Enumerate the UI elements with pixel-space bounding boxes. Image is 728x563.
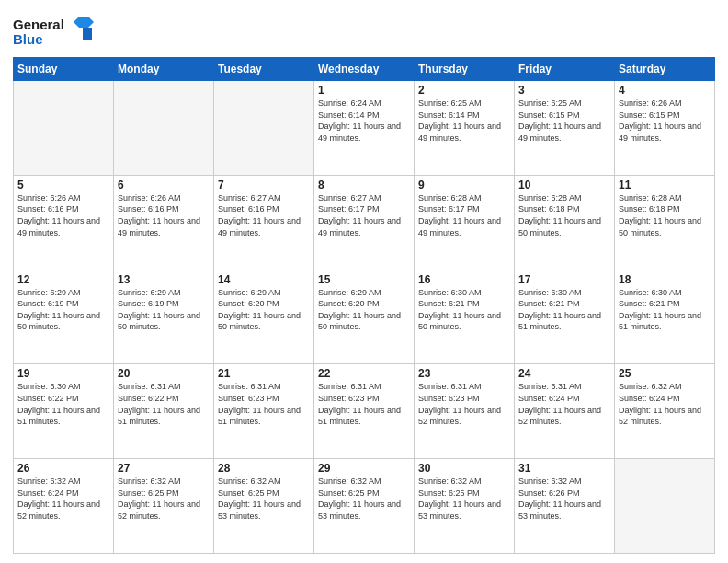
day-info: Sunrise: 6:32 AM Sunset: 6:25 PM Dayligh… — [218, 476, 310, 522]
day-number: 24 — [518, 367, 610, 380]
day-number: 6 — [118, 178, 210, 191]
calendar-cell: 4Sunrise: 6:26 AM Sunset: 6:15 PM Daylig… — [615, 81, 715, 176]
calendar-header-row: SundayMondayTuesdayWednesdayThursdayFrid… — [14, 58, 715, 81]
day-number: 2 — [418, 84, 510, 97]
weekday-header: Monday — [114, 58, 214, 81]
day-number: 29 — [318, 462, 410, 475]
calendar-cell: 8Sunrise: 6:27 AM Sunset: 6:17 PM Daylig… — [314, 175, 415, 270]
logo-svg: General Blue — [13, 13, 96, 52]
calendar-cell: 16Sunrise: 6:30 AM Sunset: 6:21 PM Dayli… — [415, 270, 515, 364]
day-number: 23 — [418, 367, 510, 380]
day-info: Sunrise: 6:29 AM Sunset: 6:20 PM Dayligh… — [218, 287, 310, 333]
calendar-cell: 22Sunrise: 6:31 AM Sunset: 6:23 PM Dayli… — [314, 364, 415, 459]
day-number: 12 — [17, 273, 109, 286]
calendar-cell: 30Sunrise: 6:32 AM Sunset: 6:25 PM Dayli… — [415, 459, 515, 554]
day-info: Sunrise: 6:29 AM Sunset: 6:19 PM Dayligh… — [118, 287, 210, 333]
day-info: Sunrise: 6:26 AM Sunset: 6:16 PM Dayligh… — [17, 192, 109, 238]
calendar-cell: 7Sunrise: 6:27 AM Sunset: 6:16 PM Daylig… — [214, 175, 314, 270]
day-info: Sunrise: 6:30 AM Sunset: 6:21 PM Dayligh… — [518, 287, 610, 333]
day-info: Sunrise: 6:27 AM Sunset: 6:16 PM Dayligh… — [218, 192, 310, 238]
day-info: Sunrise: 6:27 AM Sunset: 6:17 PM Dayligh… — [318, 192, 410, 238]
day-number: 10 — [518, 178, 610, 191]
calendar-cell: 25Sunrise: 6:32 AM Sunset: 6:24 PM Dayli… — [615, 364, 715, 459]
weekday-header: Sunday — [14, 58, 114, 81]
day-info: Sunrise: 6:31 AM Sunset: 6:22 PM Dayligh… — [118, 381, 210, 427]
calendar-cell: 1Sunrise: 6:24 AM Sunset: 6:14 PM Daylig… — [314, 81, 415, 176]
day-number: 20 — [118, 367, 210, 380]
calendar-week-row: 19Sunrise: 6:30 AM Sunset: 6:22 PM Dayli… — [14, 364, 715, 459]
calendar-cell: 24Sunrise: 6:31 AM Sunset: 6:24 PM Dayli… — [515, 364, 615, 459]
day-number: 4 — [619, 84, 711, 97]
day-number: 25 — [619, 367, 711, 380]
day-number: 19 — [17, 367, 109, 380]
calendar-week-row: 1Sunrise: 6:24 AM Sunset: 6:14 PM Daylig… — [14, 81, 715, 176]
calendar-cell: 6Sunrise: 6:26 AM Sunset: 6:16 PM Daylig… — [114, 175, 214, 270]
day-info: Sunrise: 6:32 AM Sunset: 6:26 PM Dayligh… — [518, 476, 610, 522]
svg-text:Blue: Blue — [13, 31, 43, 47]
day-number: 30 — [418, 462, 510, 475]
calendar-cell: 19Sunrise: 6:30 AM Sunset: 6:22 PM Dayli… — [14, 364, 114, 459]
day-number: 26 — [17, 462, 109, 475]
weekday-header: Friday — [515, 58, 615, 81]
day-number: 22 — [318, 367, 410, 380]
svg-marker-2 — [74, 17, 94, 28]
day-info: Sunrise: 6:32 AM Sunset: 6:24 PM Dayligh… — [619, 381, 711, 427]
calendar-cell: 15Sunrise: 6:29 AM Sunset: 6:20 PM Dayli… — [314, 270, 415, 364]
calendar-table: SundayMondayTuesdayWednesdayThursdayFrid… — [13, 57, 715, 554]
day-info: Sunrise: 6:30 AM Sunset: 6:21 PM Dayligh… — [418, 287, 510, 333]
day-info: Sunrise: 6:31 AM Sunset: 6:24 PM Dayligh… — [518, 381, 610, 427]
day-info: Sunrise: 6:32 AM Sunset: 6:24 PM Dayligh… — [17, 476, 109, 522]
day-number: 31 — [518, 462, 610, 475]
day-number: 27 — [118, 462, 210, 475]
day-info: Sunrise: 6:24 AM Sunset: 6:14 PM Dayligh… — [318, 98, 410, 144]
day-info: Sunrise: 6:26 AM Sunset: 6:16 PM Dayligh… — [118, 192, 210, 238]
day-info: Sunrise: 6:32 AM Sunset: 6:25 PM Dayligh… — [418, 476, 510, 522]
calendar-cell — [114, 81, 214, 176]
calendar-cell: 13Sunrise: 6:29 AM Sunset: 6:19 PM Dayli… — [114, 270, 214, 364]
calendar-cell: 29Sunrise: 6:32 AM Sunset: 6:25 PM Dayli… — [314, 459, 415, 554]
day-info: Sunrise: 6:25 AM Sunset: 6:14 PM Dayligh… — [418, 98, 510, 144]
day-number: 8 — [318, 178, 410, 191]
day-info: Sunrise: 6:31 AM Sunset: 6:23 PM Dayligh… — [318, 381, 410, 427]
day-number: 5 — [17, 178, 109, 191]
svg-text:General: General — [13, 17, 64, 32]
calendar-cell: 10Sunrise: 6:28 AM Sunset: 6:18 PM Dayli… — [515, 175, 615, 270]
calendar-cell: 3Sunrise: 6:25 AM Sunset: 6:15 PM Daylig… — [515, 81, 615, 176]
day-number: 21 — [218, 367, 310, 380]
calendar-cell: 9Sunrise: 6:28 AM Sunset: 6:17 PM Daylig… — [415, 175, 515, 270]
weekday-header: Wednesday — [314, 58, 415, 81]
calendar-cell — [615, 459, 715, 554]
calendar-cell: 20Sunrise: 6:31 AM Sunset: 6:22 PM Dayli… — [114, 364, 214, 459]
header: General Blue — [13, 9, 715, 52]
day-number: 17 — [518, 273, 610, 286]
day-number: 7 — [218, 178, 310, 191]
weekday-header: Saturday — [615, 58, 715, 81]
calendar-cell: 28Sunrise: 6:32 AM Sunset: 6:25 PM Dayli… — [214, 459, 314, 554]
day-number: 11 — [619, 178, 711, 191]
calendar-cell: 31Sunrise: 6:32 AM Sunset: 6:26 PM Dayli… — [515, 459, 615, 554]
day-info: Sunrise: 6:28 AM Sunset: 6:17 PM Dayligh… — [418, 192, 510, 238]
calendar-cell: 27Sunrise: 6:32 AM Sunset: 6:25 PM Dayli… — [114, 459, 214, 554]
day-info: Sunrise: 6:26 AM Sunset: 6:15 PM Dayligh… — [619, 98, 711, 144]
svg-marker-3 — [83, 28, 92, 40]
calendar-cell: 11Sunrise: 6:28 AM Sunset: 6:18 PM Dayli… — [615, 175, 715, 270]
day-number: 1 — [318, 84, 410, 97]
calendar-cell: 2Sunrise: 6:25 AM Sunset: 6:14 PM Daylig… — [415, 81, 515, 176]
calendar-cell: 21Sunrise: 6:31 AM Sunset: 6:23 PM Dayli… — [214, 364, 314, 459]
day-info: Sunrise: 6:29 AM Sunset: 6:19 PM Dayligh… — [17, 287, 109, 333]
day-number: 28 — [218, 462, 310, 475]
day-number: 18 — [619, 273, 711, 286]
calendar-cell — [14, 81, 114, 176]
calendar-cell: 23Sunrise: 6:31 AM Sunset: 6:23 PM Dayli… — [415, 364, 515, 459]
calendar-cell: 26Sunrise: 6:32 AM Sunset: 6:24 PM Dayli… — [14, 459, 114, 554]
calendar-week-row: 26Sunrise: 6:32 AM Sunset: 6:24 PM Dayli… — [14, 459, 715, 554]
day-info: Sunrise: 6:31 AM Sunset: 6:23 PM Dayligh… — [418, 381, 510, 427]
day-number: 16 — [418, 273, 510, 286]
day-info: Sunrise: 6:28 AM Sunset: 6:18 PM Dayligh… — [518, 192, 610, 238]
day-info: Sunrise: 6:32 AM Sunset: 6:25 PM Dayligh… — [318, 476, 410, 522]
calendar-cell: 14Sunrise: 6:29 AM Sunset: 6:20 PM Dayli… — [214, 270, 314, 364]
day-info: Sunrise: 6:25 AM Sunset: 6:15 PM Dayligh… — [518, 98, 610, 144]
logo: General Blue — [13, 13, 96, 52]
day-info: Sunrise: 6:28 AM Sunset: 6:18 PM Dayligh… — [619, 192, 711, 238]
calendar-week-row: 12Sunrise: 6:29 AM Sunset: 6:19 PM Dayli… — [14, 270, 715, 364]
